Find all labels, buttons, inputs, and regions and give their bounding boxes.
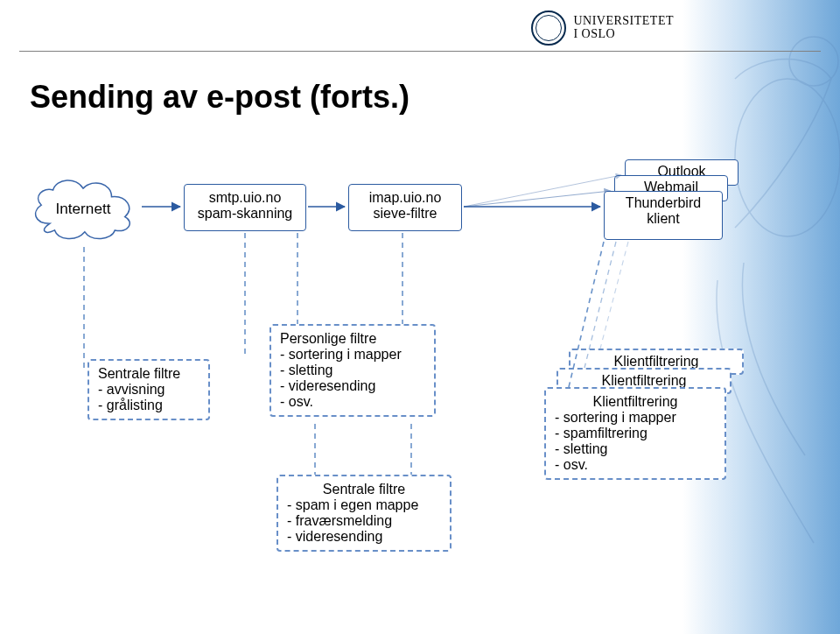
internet-label: Internett xyxy=(55,200,110,217)
client-thunderbird: Thunderbird klient xyxy=(604,191,723,240)
personal-title: Personlige filtre xyxy=(280,331,425,347)
personal-item: - sortering i mapper xyxy=(280,347,425,363)
client-filter-title-back1: Klientfiltrering xyxy=(602,373,687,388)
client-thunderbird-label: Thunderbird xyxy=(605,195,722,211)
central-left-title: Sentrale filtre xyxy=(98,366,200,382)
personal-item: - sletting xyxy=(280,363,425,378)
svg-line-9 xyxy=(210,357,245,375)
svg-point-0 xyxy=(735,79,840,236)
client-filter-item: - osv. xyxy=(555,457,716,473)
org-logo: UNIVERSITETET I OSLO xyxy=(531,11,674,46)
header-separator xyxy=(19,51,821,52)
imap-sub: sieve-filtre xyxy=(358,206,452,222)
client-filter-item: - sletting xyxy=(555,441,716,457)
central-mid-item: - fraværsmelding xyxy=(287,513,441,529)
imap-node: imap.uio.no sieve-filtre xyxy=(348,184,462,231)
central-mid-item: - spam i egen mappe xyxy=(287,497,441,513)
client-klient-label: klient xyxy=(605,211,722,227)
svg-line-5 xyxy=(464,191,611,207)
org-name-line1: UNIVERSITETET xyxy=(573,15,674,28)
org-name-line2: I OSLO xyxy=(573,28,674,41)
central-filter-left: Sentrale filtre - avvisning - grålisting xyxy=(88,359,210,420)
svg-line-16 xyxy=(600,242,628,349)
client-filter-item: - spamfiltrering xyxy=(555,426,716,441)
imap-host: imap.uio.no xyxy=(358,190,452,206)
background-figure xyxy=(682,0,840,634)
smtp-node: smtp.uio.no spam-skanning xyxy=(184,184,306,231)
personal-filter: Personlige filtre - sortering i mapper -… xyxy=(270,324,436,417)
page-title: Sending av e-post (forts.) xyxy=(30,79,410,116)
central-left-item: - grålisting xyxy=(98,398,200,413)
svg-point-1 xyxy=(789,37,838,86)
central-mid-item: - videresending xyxy=(287,529,441,545)
central-filter-mid: Sentrale filtre - spam i egen mappe - fr… xyxy=(276,475,452,552)
seal-icon xyxy=(531,11,566,46)
client-filter-title-back2: Klientfiltrering xyxy=(614,354,699,369)
central-mid-title: Sentrale filtre xyxy=(287,482,441,497)
smtp-sub: spam-skanning xyxy=(193,206,297,222)
smtp-host: smtp.uio.no xyxy=(193,190,297,206)
personal-item: - videresending xyxy=(280,378,425,394)
client-filter-item: - sortering i mapper xyxy=(555,410,716,426)
client-filter-front: Klientfiltrering - sortering i mapper - … xyxy=(544,387,726,480)
central-left-item: - avvisning xyxy=(98,382,200,398)
personal-item: - osv. xyxy=(280,394,425,410)
internet-cloud: Internett xyxy=(23,172,144,247)
client-filter-title: Klientfiltrering xyxy=(555,394,716,410)
svg-line-6 xyxy=(464,175,621,207)
